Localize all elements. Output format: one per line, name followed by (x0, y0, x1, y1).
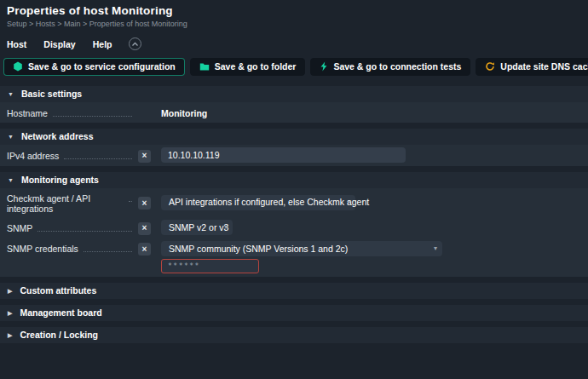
chevron-up-icon (131, 42, 139, 47)
section-header-creation-locking[interactable]: ▶ Creation / Locking (0, 327, 588, 343)
hostname-label-cell: Hostname (7, 106, 134, 119)
section-title: Creation / Locking (20, 330, 98, 340)
menu-item-display[interactable]: Display (43, 39, 75, 49)
credentials-control-stack: SNMP community (SNMP Versions 1 and 2c) … (161, 241, 442, 273)
section-basic-settings: ▼ Basic settings Hostname × Monitoring (0, 86, 588, 123)
section-title: Monitoring agents (21, 175, 99, 185)
snmp-label-cell: SNMP (7, 221, 134, 234)
triangle-collapsed-icon: ▶ (8, 310, 12, 316)
section-network-address: ▼ Network address IPv4 address × (0, 129, 588, 166)
save-go-service-configuration-button[interactable]: Save & go to service configuration (3, 58, 185, 76)
agent-label-cell: Checkmk agent / API integrations (7, 191, 134, 214)
ipv4-label: IPv4 address (7, 151, 59, 161)
section-title: Basic settings (21, 89, 82, 99)
triangle-collapsed-icon: ▶ (8, 288, 12, 294)
form-row-ipv4-address: IPv4 address × (0, 145, 588, 166)
button-label: Update site DNS cache (500, 61, 588, 72)
snmp-dropdown-value: SNMP v2 or v3 (169, 222, 228, 233)
snmp-community-password-input[interactable] (161, 259, 259, 273)
snmp-dropdown[interactable]: SNMP v2 or v3 ▾ (161, 220, 233, 235)
credentials-dropdown-value: SNMP community (SNMP Versions 1 and 2c) (169, 244, 348, 254)
save-go-folder-button[interactable]: Save & go to folder (190, 58, 306, 76)
chevron-down-icon: ▾ (434, 244, 437, 252)
chevron-down-icon: ▾ (224, 223, 228, 231)
section-creation-locking: ▶ Creation / Locking (0, 327, 588, 343)
credentials-type-dropdown[interactable]: SNMP community (SNMP Versions 1 and 2c) … (161, 241, 442, 256)
section-monitoring-agents: ▼ Monitoring agents Checkmk agent / API … (0, 172, 588, 277)
ipv4-label-cell: IPv4 address (7, 148, 134, 162)
update-site-dns-cache-button[interactable]: Update site DNS cache (476, 58, 588, 76)
form-row-snmp-credentials: SNMP credentials × SNMP community (SNMP … (0, 238, 588, 277)
save-go-connection-tests-button[interactable]: Save & go to connection tests (310, 58, 470, 76)
toolbar: Save & go to service configuration Save … (0, 56, 588, 86)
button-label: Save & go to connection tests (333, 61, 461, 72)
agent-dropdown-value: API integrations if configured, else Che… (169, 197, 369, 207)
button-label: Save & go to folder (215, 61, 297, 72)
section-header-basic-settings[interactable]: ▼ Basic settings (0, 86, 588, 102)
form-content: ▼ Basic settings Hostname × Monitoring ▼… (0, 86, 588, 343)
section-header-monitoring-agents[interactable]: ▼ Monitoring agents (0, 172, 588, 188)
section-header-management-board[interactable]: ▶ Management board (0, 305, 588, 321)
remove-snmp-button[interactable]: × (138, 222, 151, 235)
remove-ipv4-button[interactable]: × (138, 150, 151, 163)
agent-dropdown[interactable]: API integrations if configured, else Che… (161, 195, 355, 210)
section-title: Network address (21, 131, 94, 141)
breadcrumb[interactable]: Setup > Hosts > Main > Properties of hos… (7, 20, 581, 28)
form-row-hostname: Hostname × Monitoring (0, 102, 588, 123)
agent-label: Checkmk agent / API integrations (7, 193, 124, 214)
menubar: Host Display Help (0, 31, 588, 56)
form-row-snmp: SNMP × SNMP v2 or v3 ▾ (0, 217, 588, 238)
hostname-value: Monitoring (161, 106, 207, 118)
credentials-label: SNMP credentials (7, 244, 78, 254)
dotted-leader (84, 251, 132, 252)
chevron-down-icon: ▾ (347, 198, 350, 206)
page-title: Properties of host Monitoring (7, 4, 581, 17)
form-row-checkmk-agent: Checkmk agent / API integrations × API i… (0, 188, 588, 217)
button-label: Save & go to service configuration (28, 61, 176, 72)
services-hexagon-icon (13, 61, 23, 72)
triangle-expanded-icon: ▼ (8, 91, 14, 97)
collapse-menu-button[interactable] (129, 37, 141, 50)
credentials-label-cell: SNMP credentials (7, 241, 134, 255)
triangle-collapsed-icon: ▶ (8, 332, 12, 338)
section-title: Custom attributes (20, 285, 96, 296)
remove-agent-button[interactable]: × (138, 197, 151, 210)
ipv4-address-input[interactable] (161, 147, 406, 163)
lightning-icon (320, 61, 328, 72)
dotted-leader (129, 201, 132, 202)
triangle-expanded-icon: ▼ (8, 177, 14, 183)
dotted-leader (37, 231, 132, 232)
section-custom-attributes: ▶ Custom attributes (0, 283, 588, 299)
dotted-leader (64, 158, 132, 159)
section-header-network-address[interactable]: ▼ Network address (0, 129, 588, 145)
triangle-expanded-icon: ▼ (8, 134, 14, 140)
refresh-icon (485, 61, 495, 72)
snmp-label: SNMP (7, 223, 32, 233)
menu-item-host[interactable]: Host (7, 39, 26, 49)
dotted-leader (53, 116, 132, 117)
section-header-custom-attributes[interactable]: ▶ Custom attributes (0, 283, 588, 299)
page-header: Properties of host Monitoring Setup > Ho… (0, 0, 588, 31)
section-title: Management board (20, 307, 101, 318)
folder-icon (199, 62, 210, 72)
menu-item-help[interactable]: Help (93, 39, 112, 49)
remove-credentials-button[interactable]: × (138, 243, 151, 256)
section-management-board: ▶ Management board (0, 305, 588, 321)
hostname-label: Hostname (7, 108, 48, 118)
